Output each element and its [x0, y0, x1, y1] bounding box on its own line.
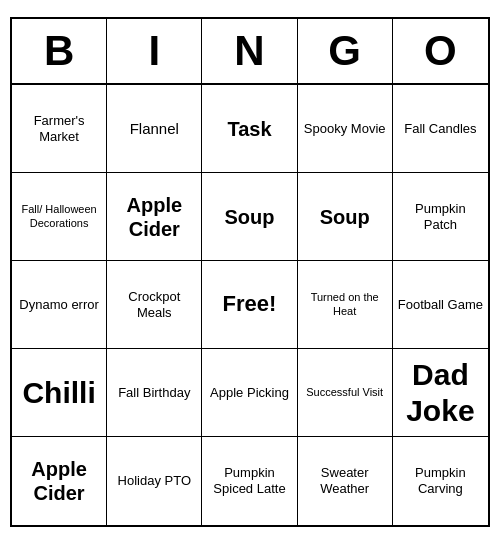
bingo-cell-19: Dad Joke	[393, 349, 488, 437]
bingo-cell-17: Apple Picking	[202, 349, 297, 437]
bingo-letter-n: N	[202, 19, 297, 83]
bingo-cell-1: Flannel	[107, 85, 202, 173]
bingo-cell-5: Fall/ Halloween Decorations	[12, 173, 107, 261]
bingo-cell-6: Apple Cider	[107, 173, 202, 261]
bingo-cell-16: Fall Birthday	[107, 349, 202, 437]
bingo-cell-15: Chilli	[12, 349, 107, 437]
bingo-cell-0: Farmer's Market	[12, 85, 107, 173]
bingo-grid: Farmer's MarketFlannelTaskSpooky MovieFa…	[12, 85, 488, 525]
bingo-cell-4: Fall Candles	[393, 85, 488, 173]
bingo-cell-13: Turned on the Heat	[298, 261, 393, 349]
bingo-cell-24: Pumpkin Carving	[393, 437, 488, 525]
bingo-cell-7: Soup	[202, 173, 297, 261]
bingo-cell-22: Pumpkin Spiced Latte	[202, 437, 297, 525]
bingo-letter-o: O	[393, 19, 488, 83]
bingo-cell-2: Task	[202, 85, 297, 173]
bingo-letter-b: B	[12, 19, 107, 83]
bingo-letter-g: G	[298, 19, 393, 83]
bingo-cell-23: Sweater Weather	[298, 437, 393, 525]
bingo-letter-i: I	[107, 19, 202, 83]
bingo-cell-14: Football Game	[393, 261, 488, 349]
bingo-cell-21: Holiday PTO	[107, 437, 202, 525]
bingo-card: BINGO Farmer's MarketFlannelTaskSpooky M…	[10, 17, 490, 527]
bingo-cell-9: Pumpkin Patch	[393, 173, 488, 261]
bingo-cell-8: Soup	[298, 173, 393, 261]
bingo-header: BINGO	[12, 19, 488, 85]
bingo-cell-11: Crockpot Meals	[107, 261, 202, 349]
bingo-cell-12: Free!	[202, 261, 297, 349]
bingo-cell-18: Successful Visit	[298, 349, 393, 437]
bingo-cell-20: Apple Cider	[12, 437, 107, 525]
bingo-cell-3: Spooky Movie	[298, 85, 393, 173]
bingo-cell-10: Dynamo error	[12, 261, 107, 349]
